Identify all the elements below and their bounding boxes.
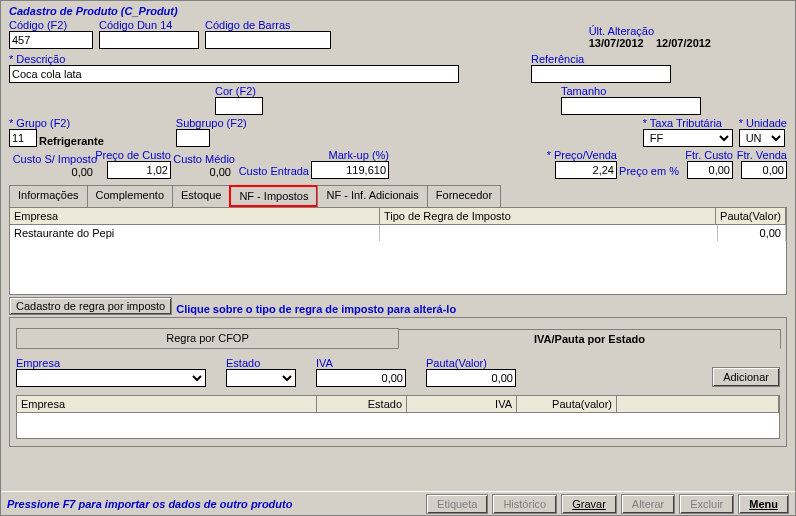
footer-hint: Pressione F7 para importar os dados de o… <box>7 498 292 510</box>
historico-button[interactable]: Histórico <box>492 494 557 514</box>
pvenda-input[interactable] <box>555 161 617 179</box>
grid2-col-iva[interactable]: IVA <box>407 396 517 412</box>
grid1-row1-empresa: Restaurante do Pepi <box>10 225 380 241</box>
grid1-col-empresa[interactable]: Empresa <box>10 208 380 224</box>
barras-input[interactable] <box>205 31 331 49</box>
cor-label: Cor (F2) <box>215 85 263 97</box>
grid1-col-tipo[interactable]: Tipo de Regra de Imposto <box>380 208 716 224</box>
dun14-label: Código Dun 14 <box>99 19 199 31</box>
centrada-label: Custo Entrada <box>239 165 309 177</box>
grid2-col-pauta[interactable]: Pauta(valor) <box>517 396 617 412</box>
grupo-input[interactable] <box>9 129 37 147</box>
excluir-button[interactable]: Excluir <box>679 494 734 514</box>
pcusto-input[interactable] <box>107 161 171 179</box>
grupo-nome: Refrigerante <box>39 135 104 147</box>
iva-pauta-input[interactable] <box>426 369 516 387</box>
iva-empresa-label: Empresa <box>16 357 206 369</box>
menu-button[interactable]: Menu <box>738 494 789 514</box>
ppct-label: Preço em % <box>619 165 679 177</box>
grid1-row1-tipo <box>380 225 718 241</box>
grid1-row[interactable]: Restaurante do Pepi 0,00 <box>10 225 786 241</box>
regra-hint: Clique sobre o tipo de regra de imposto … <box>176 303 456 315</box>
tamanho-input[interactable] <box>561 97 701 115</box>
grid1-row1-pauta: 0,00 <box>718 225 786 241</box>
cmedio-value: 0,00 <box>206 165 235 179</box>
ultalt-date2: 12/07/2012 <box>656 37 711 49</box>
referencia-label: Referência <box>531 53 671 65</box>
fcusto-label: Ftr. Custo <box>685 149 733 161</box>
cor-input[interactable] <box>215 97 263 115</box>
tab-nf-impostos[interactable]: NF - Impostos <box>229 185 318 207</box>
markup-input[interactable] <box>311 161 389 179</box>
ppct-value <box>671 177 679 179</box>
descricao-label: Descrição <box>9 53 459 65</box>
subtab-iva[interactable]: IVA/Pauta por Estado <box>398 329 781 349</box>
unidade-select[interactable]: UN <box>739 129 785 147</box>
pcusto-label: Preço de Custo <box>95 149 171 161</box>
codigo-label: Código (F2) <box>9 19 93 31</box>
centrada-value <box>301 177 309 179</box>
referencia-input[interactable] <box>531 65 671 83</box>
adicionar-button[interactable]: Adicionar <box>712 367 780 387</box>
iva-estado-select[interactable] <box>226 369 296 387</box>
ultalt-date1: 13/07/2012 <box>589 37 644 49</box>
taxa-select[interactable]: FF <box>643 129 733 147</box>
tab-nf-adicionais[interactable]: NF - Inf. Adicionais <box>317 185 427 207</box>
tamanho-label: Tamanho <box>561 85 701 97</box>
iva-estado-label: Estado <box>226 357 296 369</box>
grid2-col-empresa[interactable]: Empresa <box>17 396 317 412</box>
subgrupo-input[interactable] <box>176 129 210 147</box>
markup-label: Mark-up (%) <box>328 149 389 161</box>
ultalt-label: Últ. Alteração <box>589 25 654 37</box>
pvenda-label: Preço/Venda <box>547 149 617 161</box>
unidade-label: Unidade <box>739 117 787 129</box>
iva-label: IVA <box>316 357 406 369</box>
cmedio-label: Custo Médio <box>173 153 235 165</box>
fcusto-input[interactable] <box>687 161 733 179</box>
fvenda-label: Ftr. Venda <box>737 149 787 161</box>
grid1-col-pauta[interactable]: Pauta(Valor) <box>716 208 786 224</box>
alterar-button[interactable]: Alterar <box>621 494 675 514</box>
subgrupo-label: Subgrupo (F2) <box>176 117 247 129</box>
grid2-col-estado[interactable]: Estado <box>317 396 407 412</box>
iva-pauta-label: Pauta(Valor) <box>426 357 516 369</box>
taxa-label: Taxa Tributária <box>643 117 733 129</box>
simp-label: Custo S/ Imposto <box>13 153 97 165</box>
gravar-button[interactable]: Gravar <box>561 494 617 514</box>
codigo-input[interactable] <box>9 31 93 49</box>
tab-fornecedor[interactable]: Fornecedor <box>427 185 501 207</box>
barras-label: Código de Barras <box>205 19 331 31</box>
grupo-label: Grupo (F2) <box>9 117 104 129</box>
descricao-input[interactable] <box>9 65 459 83</box>
etiqueta-button[interactable]: Etiqueta <box>426 494 488 514</box>
cadastro-regra-button[interactable]: Cadastro de regra por imposto <box>9 297 172 315</box>
iva-empresa-select[interactable] <box>16 369 206 387</box>
subtab-cfop[interactable]: Regra por CFOP <box>16 328 399 348</box>
window-title: Cadastro de Produto (C_Produt) <box>9 5 787 17</box>
tab-estoque[interactable]: Estoque <box>172 185 230 207</box>
simp-value: 0,00 <box>68 165 97 179</box>
fvenda-input[interactable] <box>741 161 787 179</box>
iva-input[interactable] <box>316 369 406 387</box>
tab-complemento[interactable]: Complemento <box>87 185 173 207</box>
tab-informacoes[interactable]: Informações <box>9 185 88 207</box>
dun14-input[interactable] <box>99 31 199 49</box>
